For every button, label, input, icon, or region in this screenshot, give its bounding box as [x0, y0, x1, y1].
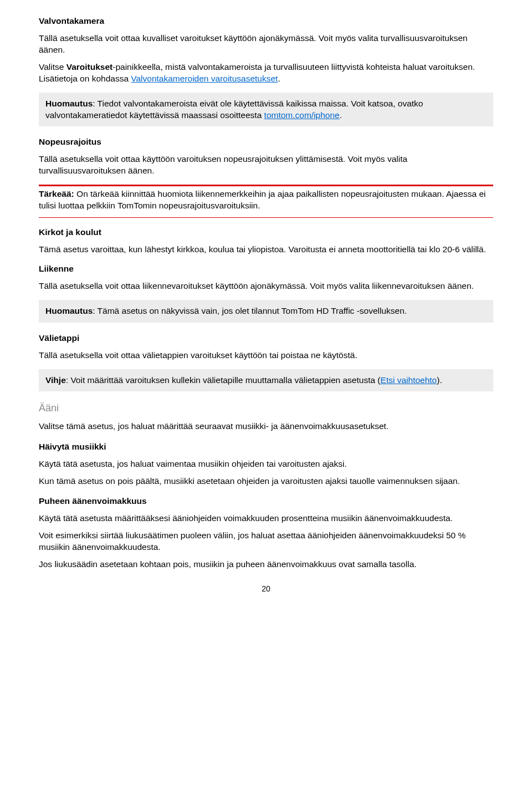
heading-aani: Ääni	[39, 401, 493, 415]
note-box-huomautus-2: Huomautus: Tämä asetus on näkyvissä vain…	[39, 300, 493, 323]
heading-kirkot: Kirkot ja koulut	[39, 227, 493, 238]
text-fragment: .	[278, 74, 280, 83]
section-aani: Ääni Valitse tämä asetus, jos haluat mää…	[39, 401, 493, 432]
link-tomtom-iphone[interactable]: tomtom.com/iphone	[264, 110, 340, 120]
page-number: 20	[39, 584, 493, 594]
text-liikenne: Tällä asetuksella voit ottaa liikennevar…	[39, 280, 493, 292]
heading-nopeusrajoitus: Nopeusrajoitus	[39, 136, 493, 148]
text-valietappi: Tällä asetuksella voit ottaa välietappie…	[39, 350, 493, 361]
section-puhe: Puheen äänenvoimakkuus Käytä tätä asetus…	[39, 496, 493, 570]
text-puhe-1: Käytä tätä asetusta määrittääksesi äänio…	[39, 513, 493, 524]
important-lead: Tärkeää:	[39, 189, 74, 198]
divider-red-thin	[39, 217, 493, 218]
section-nopeusrajoitus: Nopeusrajoitus Tällä asetuksella voit ot…	[39, 136, 493, 177]
text-valvontakamera-2: Valitse Varoitukset-painikkeella, mistä …	[39, 62, 493, 85]
note-lead: Huomautus	[45, 306, 93, 315]
text-puhe-3: Jos liukusäädin asetetaan kohtaan pois, …	[39, 559, 493, 570]
note-box-vihje: Vihje: Voit määrittää varoituksen kullek…	[39, 369, 493, 392]
heading-puhe: Puheen äänenvoimakkuus	[39, 496, 493, 507]
heading-valietappi: Välietappi	[39, 333, 493, 344]
text-fragment: ).	[437, 375, 442, 385]
heading-valvontakamera: Valvontakamera	[39, 16, 493, 27]
link-valvontakamera-asetukset[interactable]: Valvontakameroiden varoitusasetukset	[131, 74, 278, 83]
text-haivyta-1: Käytä tätä asetusta, jos haluat vaimenta…	[39, 458, 493, 470]
heading-liikenne: Liikenne	[39, 263, 493, 275]
text-fragment: Valitse	[39, 62, 66, 72]
important-block: Tärkeää: On tärkeää kiinnittää huomiota …	[39, 188, 493, 212]
link-etsi-vaihtoehto[interactable]: Etsi vaihtoehto	[381, 375, 437, 385]
text-fragment: : Voit määrittää varoituksen kullekin vä…	[66, 375, 381, 385]
text-valvontakamera-1: Tällä asetuksella voit ottaa kuvalliset …	[39, 33, 493, 56]
note-text: Huomautus: Tämä asetus on näkyvissä vain…	[45, 305, 487, 317]
note-lead: Vihje	[45, 375, 66, 385]
note-lead: Huomautus	[45, 99, 93, 108]
section-valietappi: Välietappi Tällä asetuksella voit ottaa …	[39, 333, 493, 361]
text-fragment: : Tämä asetus on näkyvissä vain, jos ole…	[93, 306, 407, 315]
text-bold-fragment: Varoitukset	[66, 62, 113, 72]
note-box-huomautus-1: Huomautus: Tiedot valvontakameroista eiv…	[39, 93, 493, 127]
text-fragment: : Tiedot valvontakameroista eivät ole kä…	[45, 99, 423, 120]
text-fragment: On tärkeää kiinnittää huomiota liikennem…	[39, 189, 485, 210]
divider-red-thick	[39, 185, 493, 186]
section-valvontakamera: Valvontakamera Tällä asetuksella voit ot…	[39, 16, 493, 85]
note-text: Vihje: Voit määrittää varoituksen kullek…	[45, 375, 487, 386]
text-aani: Valitse tämä asetus, jos haluat määrittä…	[39, 421, 493, 432]
text-nopeusrajoitus: Tällä asetuksella voit ottaa käyttöön va…	[39, 154, 493, 177]
section-liikenne: Liikenne Tällä asetuksella voit ottaa li…	[39, 263, 493, 292]
text-fragment: .	[340, 110, 342, 120]
section-kirkot: Kirkot ja koulut Tämä asetus varoittaa, …	[39, 227, 493, 256]
text-haivyta-2: Kun tämä asetus on pois päältä, musiikki…	[39, 476, 493, 487]
note-text: Huomautus: Tiedot valvontakameroista eiv…	[45, 98, 487, 121]
section-haivyta: Häivytä musiikki Käytä tätä asetusta, jo…	[39, 441, 493, 487]
heading-haivyta: Häivytä musiikki	[39, 441, 493, 453]
text-kirkot: Tämä asetus varoittaa, kun lähestyt kirk…	[39, 244, 493, 256]
text-puhe-2: Voit esimerkiksi siirtää liukusäätimen p…	[39, 530, 493, 553]
